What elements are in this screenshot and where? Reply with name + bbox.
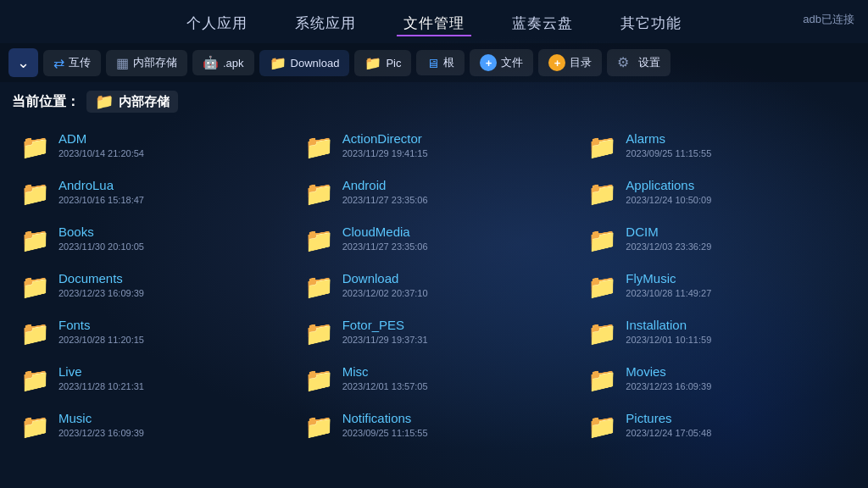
file-info: Books 2023/11/30 20:10:05 bbox=[58, 225, 281, 252]
toolbar-apk-button[interactable]: 🤖 .apk bbox=[192, 50, 254, 75]
file-item[interactable]: 📁 ActionDirector 2023/11/29 19:41:15 bbox=[292, 123, 576, 169]
file-info: CloudMedia 2023/11/27 23:35:06 bbox=[342, 225, 565, 252]
file-item[interactable]: 📁 Documents 2023/12/23 16:09:39 bbox=[8, 263, 292, 309]
file-date: 2023/11/28 10:21:31 bbox=[58, 381, 281, 391]
toolbar-new-file-button[interactable]: + 文件 bbox=[470, 49, 533, 76]
file-date: 2023/12/02 20:37:10 bbox=[342, 288, 565, 298]
file-info: FlyMusic 2023/10/28 11:49:27 bbox=[626, 271, 848, 298]
folder-icon: 📁 bbox=[304, 133, 334, 161]
breadcrumb-prefix: 当前位置： bbox=[12, 93, 80, 111]
file-item[interactable]: 📁 CloudMedia 2023/11/27 23:35:06 bbox=[292, 216, 576, 263]
chevron-down-icon: ⌄ bbox=[17, 54, 30, 71]
folder-icon: 📁 bbox=[587, 273, 617, 301]
toolbar-root-label: 根 bbox=[443, 55, 454, 70]
file-item[interactable]: 📁 Books 2023/11/30 20:10:05 bbox=[8, 216, 292, 263]
toolbar: ⌄ ⇄ 互传 ▦ 内部存储 🤖 .apk 📁 Download 📁 Pic bbox=[0, 43, 868, 82]
file-name: Download bbox=[342, 271, 565, 286]
file-name: Books bbox=[58, 225, 281, 239]
file-name: ActionDirector bbox=[342, 131, 565, 146]
file-item[interactable]: 📁 Fotor_PES 2023/11/29 19:37:31 bbox=[292, 309, 576, 356]
folder-pic-icon: 📁 bbox=[364, 55, 381, 71]
file-date: 2023/10/28 11:20:15 bbox=[58, 335, 281, 345]
file-name: Pictures bbox=[626, 411, 848, 425]
file-info: ADM 2023/10/14 21:20:54 bbox=[58, 131, 281, 158]
toolbar-download-label: Download bbox=[291, 57, 340, 69]
folder-icon: 📁 bbox=[304, 273, 334, 301]
nav-item-personal-apps[interactable]: 个人应用 bbox=[180, 10, 254, 36]
toolbar-settings-button[interactable]: ⚙ 设置 bbox=[607, 49, 670, 76]
folder-icon: 📁 bbox=[587, 226, 617, 254]
share-icon: ⇄ bbox=[53, 55, 64, 71]
file-info: Music 2023/12/23 16:09:39 bbox=[58, 411, 281, 438]
toolbar-pic-label: Pic bbox=[386, 57, 401, 69]
file-info: Download 2023/12/02 20:37:10 bbox=[342, 271, 565, 298]
folder-icon: 📁 bbox=[304, 180, 334, 208]
file-name: Installation bbox=[626, 318, 848, 332]
file-item[interactable]: 📁 Movies 2023/12/23 16:09:39 bbox=[576, 356, 860, 402]
file-item[interactable]: 📁 Notifications 2023/09/25 11:15:55 bbox=[292, 402, 576, 449]
file-grid: 📁 ADM 2023/10/14 21:20:54 📁 AndroLua 202… bbox=[0, 119, 868, 452]
breadcrumb-folder-name: 内部存储 bbox=[119, 94, 170, 110]
file-date: 2023/11/29 19:37:31 bbox=[342, 335, 565, 345]
folder-icon: 📁 bbox=[20, 273, 50, 301]
file-info: Fonts 2023/10/28 11:20:15 bbox=[58, 318, 281, 345]
file-name: Applications bbox=[626, 178, 848, 192]
toolbar-share-button[interactable]: ⇄ 互传 bbox=[43, 50, 101, 76]
file-info: Documents 2023/12/23 16:09:39 bbox=[58, 271, 281, 298]
file-name: Music bbox=[58, 411, 281, 425]
file-column-1: 📁 ActionDirector 2023/11/29 19:41:15 📁 A… bbox=[292, 123, 576, 449]
breadcrumb: 当前位置： 📁 内部存储 bbox=[0, 82, 868, 119]
folder-icon: 📁 bbox=[20, 226, 50, 254]
folder-icon: 📁 bbox=[20, 180, 50, 208]
nav-item-cloud[interactable]: 蓝奏云盘 bbox=[505, 10, 580, 36]
file-item[interactable]: 📁 Download 2023/12/02 20:37:10 bbox=[292, 263, 576, 309]
file-item[interactable]: 📁 AndroLua 2023/10/16 15:18:47 bbox=[8, 169, 292, 216]
plus-dir-icon: + bbox=[548, 54, 565, 71]
toolbar-pic-button[interactable]: 📁 Pic bbox=[354, 50, 411, 76]
folder-icon: 📁 bbox=[20, 413, 50, 441]
nav-item-other[interactable]: 其它功能 bbox=[614, 10, 688, 36]
file-item[interactable]: 📁 Alarms 2023/09/25 11:15:55 bbox=[576, 123, 860, 169]
toolbar-root-button[interactable]: 🖥 根 bbox=[416, 50, 465, 75]
file-name: Alarms bbox=[626, 131, 848, 146]
folder-icon: 📁 bbox=[587, 133, 617, 161]
file-item[interactable]: 📁 DCIM 2023/12/03 23:36:29 bbox=[576, 216, 860, 263]
file-item[interactable]: 📁 Live 2023/11/28 10:21:31 bbox=[8, 356, 292, 402]
file-item[interactable]: 📁 Android 2023/11/27 23:35:06 bbox=[292, 169, 576, 216]
file-info: Notifications 2023/09/25 11:15:55 bbox=[342, 411, 565, 438]
file-name: Live bbox=[58, 364, 281, 379]
nav-item-file-manager[interactable]: 文件管理 bbox=[397, 10, 471, 36]
file-item[interactable]: 📁 Music 2023/12/23 16:09:39 bbox=[8, 402, 292, 449]
file-item[interactable]: 📁 FlyMusic 2023/10/28 11:49:27 bbox=[576, 263, 860, 309]
file-date: 2023/12/24 17:05:48 bbox=[626, 428, 848, 438]
file-item[interactable]: 📁 Pictures 2023/12/24 17:05:48 bbox=[576, 402, 860, 449]
android-icon: 🤖 bbox=[203, 55, 219, 70]
file-item[interactable]: 📁 Applications 2023/12/24 10:50:09 bbox=[576, 169, 860, 216]
file-date: 2023/10/16 15:18:47 bbox=[58, 195, 281, 205]
breadcrumb-current-folder[interactable]: 📁 内部存储 bbox=[86, 91, 178, 113]
toolbar-storage-button[interactable]: ▦ 内部存储 bbox=[106, 50, 187, 76]
toolbar-new-dir-button[interactable]: + 目录 bbox=[538, 49, 602, 76]
toolbar-download-button[interactable]: 📁 Download bbox=[259, 50, 350, 76]
folder-icon: 📁 bbox=[587, 180, 617, 208]
file-info: ActionDirector 2023/11/29 19:41:15 bbox=[342, 131, 565, 158]
file-info: AndroLua 2023/10/16 15:18:47 bbox=[58, 178, 281, 205]
file-item[interactable]: 📁 Installation 2023/12/01 10:11:59 bbox=[576, 309, 860, 356]
collapse-button[interactable]: ⌄ bbox=[8, 48, 38, 77]
toolbar-storage-label: 内部存储 bbox=[133, 55, 177, 70]
folder-icon: 📁 bbox=[587, 413, 617, 441]
file-info: Applications 2023/12/24 10:50:09 bbox=[626, 178, 848, 205]
file-info: Alarms 2023/09/25 11:15:55 bbox=[626, 131, 848, 158]
file-item[interactable]: 📁 ADM 2023/10/14 21:20:54 bbox=[8, 123, 292, 169]
toolbar-settings-label: 设置 bbox=[638, 55, 660, 70]
file-info: Live 2023/11/28 10:21:31 bbox=[58, 364, 281, 391]
adb-status: adb已连接 bbox=[803, 12, 854, 27]
toolbar-apk-label: .apk bbox=[223, 57, 244, 69]
file-name: AndroLua bbox=[58, 178, 281, 192]
file-date: 2023/12/01 13:57:05 bbox=[342, 381, 565, 391]
file-item[interactable]: 📁 Misc 2023/12/01 13:57:05 bbox=[292, 356, 576, 402]
file-item[interactable]: 📁 Fonts 2023/10/28 11:20:15 bbox=[8, 309, 292, 356]
toolbar-share-label: 互传 bbox=[69, 55, 91, 70]
nav-item-system-apps[interactable]: 系统应用 bbox=[288, 10, 363, 36]
file-name: CloudMedia bbox=[342, 225, 565, 239]
